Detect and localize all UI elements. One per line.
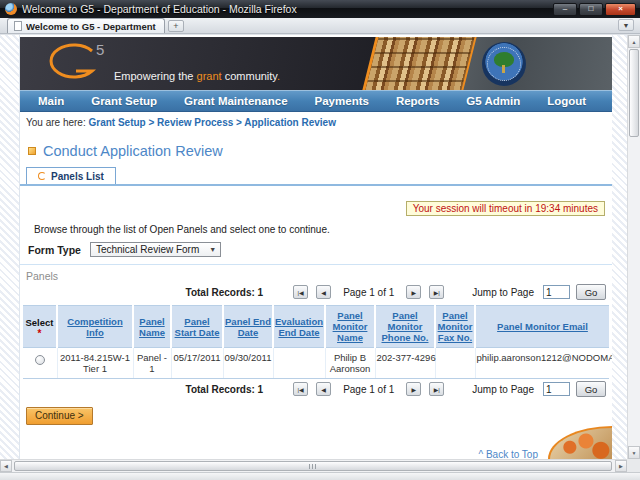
jump-to-page-input-bottom[interactable] (543, 382, 570, 396)
jump-to-page-input[interactable] (543, 285, 570, 299)
form-type-label: Form Type (28, 244, 81, 256)
panel-select-radio[interactable] (35, 355, 45, 365)
col-monitor-fax: Panel Monitor Fax No. (435, 306, 475, 348)
caret-up-icon: ^ (478, 449, 483, 459)
nav-logout[interactable]: Logout (547, 95, 586, 107)
total-records-bottom: Total Records: 1 (186, 384, 264, 395)
breadcrumb-path[interactable]: Grant Setup > Review Process > Applicati… (88, 117, 336, 128)
horizontal-scrollbar-thumb[interactable] (14, 461, 612, 471)
vertical-scrollbar[interactable]: ▲ ▼ (627, 35, 640, 459)
firefox-window: Welcome to G5 - Department of Education … (0, 0, 640, 480)
col-panel-start-date: Panel Start Date (171, 306, 223, 348)
col-monitor-email-link[interactable]: Panel Monitor Email (497, 321, 588, 332)
seal-tree-icon (494, 52, 514, 67)
col-monitor-name-link[interactable]: Panel Monitor Name (333, 310, 368, 343)
next-page-button[interactable]: ▶ (406, 285, 421, 299)
g5-header-banner: 5 Empowering the grant community. (20, 37, 612, 90)
scroll-down-button[interactable]: ▼ (628, 446, 640, 459)
tagline: Empowering the grant community. (114, 70, 280, 82)
chevron-down-icon: ▼ (209, 246, 216, 253)
scroll-right-button[interactable]: ▶ (615, 460, 627, 472)
nav-g5-admin[interactable]: G5 Admin (466, 95, 520, 107)
session-row: Your session will timeout in 19:34 minut… (20, 198, 612, 214)
col-evaluation-end-date-link[interactable]: Evaluation End Date (275, 316, 323, 338)
last-page-button[interactable]: ▶| (429, 285, 444, 299)
session-timeout-message: Your session will timeout in 19:34 minut… (406, 201, 605, 216)
section-divider (20, 264, 612, 265)
back-to-top-label: Back to Top (486, 449, 538, 459)
window-title: Welcome to G5 - Department of Education … (22, 3, 297, 15)
total-records: Total Records: 1 (186, 287, 264, 298)
cell-competition-info: 2011-84.215W-1 Tier 1 (57, 348, 133, 379)
form-type-select[interactable]: Technical Review Form ▼ (90, 242, 221, 257)
page-indicator-bottom: Page 1 of 1 (343, 384, 394, 395)
content-tabs: Panels List (20, 168, 612, 186)
table-header-row: Select* Competition Info Panel Name Pane… (23, 306, 609, 348)
tagline-period: . (277, 70, 280, 82)
page-title: Conduct Application Review (28, 143, 612, 159)
browser-tabbar: Welcome to G5 - Department of Edu... + ▼ (0, 18, 640, 34)
form-type-row: Form Type Technical Review Form ▼ (28, 242, 612, 257)
back-to-top-row: ^ Back to Top (20, 449, 612, 459)
first-page-button-bottom[interactable]: |◀ (293, 382, 308, 396)
page-title-text: Conduct Application Review (43, 143, 223, 159)
tab-title: Welcome to G5 - Department of Edu... (26, 21, 158, 32)
prev-page-button[interactable]: ◀ (316, 285, 331, 299)
page-viewport: 5 Empowering the grant community. Main G… (0, 35, 640, 459)
pagination-bottom: Total Records: 1 |◀ ◀ Page 1 of 1 ▶ ▶| J… (20, 379, 612, 399)
breadcrumb-prefix: You are here: (26, 117, 86, 128)
tab-panels-list-label: Panels List (51, 171, 104, 182)
jump-to-page-label: Jump to Page (472, 287, 534, 298)
breadcrumb: You are here: Grant Setup > Review Proce… (20, 112, 612, 128)
next-page-button-bottom[interactable]: ▶ (406, 382, 421, 396)
nav-grant-setup[interactable]: Grant Setup (91, 95, 157, 107)
col-select-label: Select (26, 317, 54, 328)
first-page-button[interactable]: |◀ (293, 285, 308, 299)
new-tab-button[interactable]: + (168, 20, 184, 32)
list-tabs-button[interactable]: ▼ (618, 19, 634, 31)
g5-logo-five: 5 (96, 41, 104, 58)
col-monitor-phone-link[interactable]: Panel Monitor Phone No. (382, 310, 429, 343)
cell-evaluation-end-date (273, 348, 325, 379)
cell-monitor-name: Philip B Aaronson (325, 348, 375, 379)
minimize-button[interactable]: – (553, 3, 577, 16)
back-to-top-link[interactable]: ^ Back to Top (478, 449, 538, 459)
panels-section-label: Panels (26, 270, 612, 282)
window-titlebar: Welcome to G5 - Department of Education … (0, 0, 640, 18)
cell-panel-name: Panel - 1 (133, 348, 171, 379)
col-monitor-name: Panel Monitor Name (325, 306, 375, 348)
go-button-bottom[interactable]: Go (576, 381, 606, 397)
instruction-text: Browse through the list of Open Panels a… (34, 224, 612, 235)
col-competition-info-link[interactable]: Competition Info (67, 316, 122, 338)
last-page-button-bottom[interactable]: ▶| (429, 382, 444, 396)
col-panel-end-date-link[interactable]: Panel End Date (225, 316, 271, 338)
nav-main[interactable]: Main (38, 95, 64, 107)
close-button[interactable]: × (605, 3, 636, 16)
go-button[interactable]: Go (576, 284, 606, 300)
tagline-highlight: grant (197, 70, 222, 82)
continue-button[interactable]: Continue > (26, 407, 93, 425)
page-margin-right (612, 35, 627, 459)
maximize-button[interactable]: □ (579, 3, 603, 16)
col-panel-start-date-link[interactable]: Panel Start Date (175, 316, 220, 338)
prev-page-button-bottom[interactable]: ◀ (316, 382, 331, 396)
cell-monitor-phone: 202-377-4296 (375, 348, 435, 379)
col-monitor-fax-link[interactable]: Panel Monitor Fax No. (438, 310, 473, 343)
nav-reports[interactable]: Reports (396, 95, 439, 107)
vertical-scrollbar-thumb[interactable] (629, 49, 639, 137)
col-competition-info: Competition Info (57, 306, 133, 348)
department-of-education-seal (482, 42, 526, 86)
col-panel-name-link[interactable]: Panel Name (139, 316, 165, 338)
scroll-left-button[interactable]: ◀ (0, 460, 12, 472)
nav-payments[interactable]: Payments (315, 95, 369, 107)
pagination-top: Total Records: 1 |◀ ◀ Page 1 of 1 ▶ ▶| J… (20, 282, 612, 302)
nav-grant-maintenance[interactable]: Grant Maintenance (184, 95, 288, 107)
g5-logo-icon (46, 41, 98, 85)
browser-tab-active[interactable]: Welcome to G5 - Department of Edu... (7, 18, 165, 33)
scroll-up-button[interactable]: ▲ (628, 35, 640, 48)
page-icon (14, 21, 22, 31)
tagline-post: community (222, 70, 277, 82)
tab-panels-list[interactable]: Panels List (26, 167, 116, 184)
horizontal-scrollbar[interactable]: ◀ ▶ (0, 459, 640, 472)
status-bar (0, 472, 640, 480)
